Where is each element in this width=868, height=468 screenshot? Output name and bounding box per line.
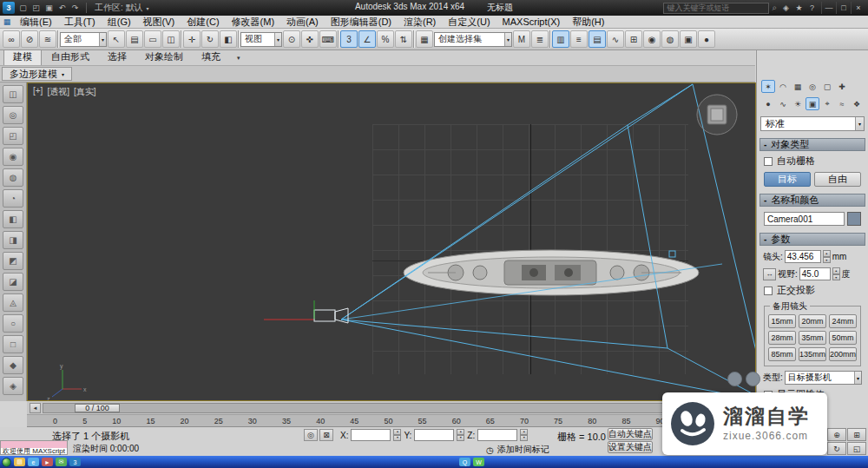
object-class-dropdown[interactable]: 标准▾	[760, 116, 865, 131]
open-file-icon[interactable]: ◰	[30, 2, 43, 14]
modeling-tool-icon[interactable]: ◔	[3, 189, 23, 208]
space-warps-category-icon[interactable]: ≈	[835, 97, 849, 110]
select-and-move[interactable]: ✛ ▾	[183, 30, 201, 48]
modeling-tool-icon[interactable]: ◬	[3, 293, 23, 312]
x-spinner[interactable]: ▴▾	[393, 429, 401, 441]
menu-item[interactable]: 创建(C)	[181, 16, 225, 28]
name-color-rollout-header[interactable]: -名称和颜色	[760, 194, 865, 207]
cameras-category-icon[interactable]: ▣	[806, 97, 819, 110]
lock-selection-icon[interactable]: ⊠	[319, 429, 333, 441]
hierarchy-panel-icon[interactable]: ▦	[791, 80, 805, 93]
rectangular-selection-region[interactable]: ▭ ▾	[144, 30, 161, 48]
workspace-dropdown[interactable]: 工作区: 默认▾	[91, 2, 153, 14]
lens-spinner[interactable]: ▴▾	[823, 250, 831, 263]
helpers-category-icon[interactable]: ⌖	[820, 97, 834, 110]
sign-in-icon[interactable]: ◈	[779, 2, 792, 14]
select-and-link[interactable]: ∞ ▾	[3, 30, 20, 48]
orbit-icon[interactable]: ↻	[827, 442, 846, 455]
search-icon[interactable]: ⌕	[772, 3, 777, 13]
modeling-tool-icon[interactable]: ◫	[3, 85, 23, 103]
zoom-extents-icon[interactable]: ⊞	[847, 428, 866, 441]
modify-panel-icon[interactable]: ◠	[776, 80, 790, 93]
media-player-icon[interactable]: ►	[42, 458, 53, 466]
browser-icon[interactable]: e	[28, 458, 39, 466]
ribbon-tab[interactable]: 建模	[3, 49, 42, 65]
modeling-tool-icon[interactable]: ◈	[3, 377, 23, 395]
viewport-label-segment[interactable]: [真实]	[74, 86, 96, 98]
rendered-frame-window[interactable]: ▣ ▾	[680, 30, 697, 48]
object-color-swatch[interactable]	[847, 212, 861, 226]
spinner-snap-toggle[interactable]: ⇅ ▾	[395, 30, 412, 48]
menu-item[interactable]: 工具(T)	[58, 16, 102, 28]
align[interactable]: ≣ ▾	[531, 30, 549, 48]
toolbar-item[interactable]: ▾	[57, 30, 59, 48]
display-panel-icon[interactable]: ▢	[820, 80, 834, 93]
curve-editor[interactable]: ∿ ▾	[607, 30, 624, 48]
menu-item[interactable]: 组(G)	[102, 16, 137, 28]
close-button[interactable]: ×	[851, 2, 865, 14]
stock-lens-button[interactable]: 50mm	[829, 331, 857, 345]
toggle-layer-explorer[interactable]: ≡ ▾	[570, 30, 588, 48]
modeling-tool-icon[interactable]: ◰	[3, 127, 23, 145]
snaps-toggle[interactable]: 3 ▾	[340, 30, 358, 48]
y-coordinate-field[interactable]	[414, 429, 454, 441]
reference-coordinate-system[interactable]: 视图 ▾	[240, 32, 282, 47]
ribbon-collapse-icon[interactable]: ▾	[237, 55, 240, 62]
angle-snap-toggle[interactable]: ∠ ▾	[358, 30, 376, 48]
undo-icon[interactable]: ↶	[56, 2, 69, 14]
maximize-viewport-icon[interactable]: ◱	[847, 442, 866, 455]
modeling-tool-icon[interactable]: ◎	[3, 106, 23, 124]
search-input[interactable]	[663, 3, 769, 14]
viewport-label-segment[interactable]: [透视]	[47, 86, 69, 98]
polygon-modeling-panel-tab[interactable]: 多边形建模▾	[2, 67, 72, 81]
toolbar-item[interactable]: ▾	[413, 30, 415, 48]
set-key-button[interactable]: 设置关键点	[608, 441, 653, 453]
lights-category-icon[interactable]: ☀	[791, 97, 805, 110]
modeling-tool-icon[interactable]: ◩	[3, 252, 23, 270]
select-and-manipulate[interactable]: ✜ ▾	[301, 30, 319, 48]
graphite-ribbon-toggle[interactable]: ▤ ▾	[589, 30, 606, 48]
autogrid-checkbox[interactable]: 自动栅格	[764, 155, 861, 168]
x-coordinate-field[interactable]	[351, 429, 391, 441]
modeling-tool-icon[interactable]: ◨	[3, 231, 23, 249]
new-scene-icon[interactable]: ▢	[16, 2, 30, 14]
menu-item[interactable]: 自定义(U)	[442, 16, 496, 28]
camera-type-button[interactable]: 目标	[764, 172, 811, 187]
time-slider-handle[interactable]: 0 / 100	[75, 404, 120, 412]
auto-key-button[interactable]: 自动关键点	[608, 428, 653, 440]
render-production[interactable]: ● ▾	[698, 30, 715, 48]
fov-field[interactable]: 45.0	[799, 267, 831, 280]
menu-item[interactable]: 渲染(R)	[398, 16, 442, 28]
shapes-category-icon[interactable]: ∿	[776, 97, 790, 110]
modeling-tool-icon[interactable]: ○	[3, 314, 23, 333]
menu-item[interactable]: 修改器(M)	[226, 16, 281, 28]
camera-type-button[interactable]: 自由	[814, 172, 861, 187]
modeling-tool-icon[interactable]: ◧	[3, 210, 23, 228]
y-spinner[interactable]: ▴▾	[457, 429, 464, 441]
use-pivot-point-center[interactable]: ⊙ ▾	[283, 30, 300, 48]
save-file-icon[interactable]: ▣	[43, 2, 56, 14]
select-by-name[interactable]: ▤ ▾	[126, 30, 143, 48]
isolate-selection-icon[interactable]: ◎	[304, 429, 318, 441]
ribbon-tab[interactable]: 填充	[193, 49, 229, 65]
toggle-scene-explorer[interactable]: ▥ ▾	[552, 30, 569, 48]
explorer-icon[interactable]: ▨	[14, 458, 25, 466]
z-coordinate-field[interactable]	[477, 429, 517, 441]
qq-icon[interactable]: Q	[459, 458, 470, 466]
fov-direction-button[interactable]: ↔	[763, 268, 776, 280]
object-name-field[interactable]: Camera001	[764, 212, 845, 226]
select-and-scale[interactable]: ◧ ▾	[220, 30, 237, 48]
zoom-icon[interactable]: ⊕	[827, 428, 846, 441]
stock-lens-button[interactable]: 200mm	[829, 347, 857, 361]
track-bar[interactable]: 0510152025303540455055606570758085909510…	[27, 415, 756, 427]
selection-filter[interactable]: 全部 ▾	[60, 32, 107, 47]
toolbar-item[interactable]: ▾	[181, 30, 182, 48]
previous-frame-icon[interactable]: ◄	[30, 403, 41, 413]
mirror[interactable]: M ▾	[513, 30, 530, 48]
bind-to-space-warp[interactable]: ≋ ▾	[39, 30, 56, 48]
favorites-icon[interactable]: ★	[792, 2, 806, 14]
ribbon-tab[interactable]: 自由形式	[43, 49, 98, 65]
restore-button[interactable]: □	[836, 2, 851, 14]
material-editor[interactable]: ◉ ▾	[643, 30, 661, 48]
maxscript-mini-listener[interactable]: 欢迎使用 MAXScript	[0, 440, 68, 455]
